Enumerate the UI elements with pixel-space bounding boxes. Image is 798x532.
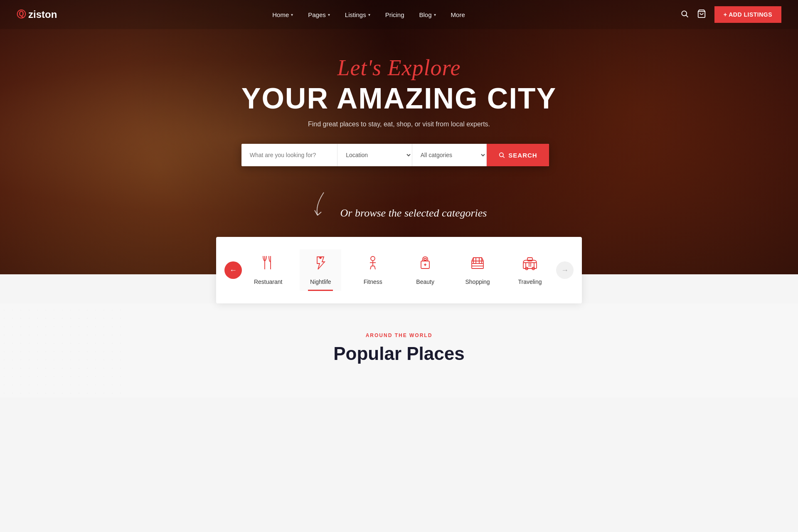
nav-right: + ADD LISTINGS	[680, 6, 781, 23]
dropdown-arrow: ▾	[291, 12, 293, 17]
nightlife-label: Nightlife	[310, 278, 331, 285]
restaurant-label: Restuarant	[254, 278, 282, 285]
shopping-icon	[468, 254, 487, 274]
nav-item-home[interactable]: Home ▾	[272, 11, 293, 18]
traveling-icon	[521, 254, 539, 274]
arrow-doodle	[311, 190, 336, 219]
bg-pattern	[0, 303, 125, 397]
nav-item-listings[interactable]: Listings ▾	[345, 11, 370, 18]
hero-subtitle: Find great places to stay, eat, shop, or…	[241, 121, 557, 128]
search-bar: Location All catgories SEARCH	[241, 144, 549, 166]
nav-links: Home ▾ Pages ▾ Listings ▾ Pricing Blog ▾	[272, 11, 465, 18]
search-icon-btn[interactable]	[680, 10, 689, 20]
add-listing-button[interactable]: + ADD LISTINGS	[714, 6, 781, 23]
fitness-label: Fitness	[364, 278, 382, 285]
svg-point-8	[320, 257, 321, 259]
svg-rect-16	[479, 258, 482, 264]
search-button[interactable]: SEARCH	[487, 144, 549, 166]
restaurant-icon	[259, 254, 277, 274]
nightlife-icon	[311, 254, 330, 274]
svg-point-3	[500, 153, 503, 157]
svg-point-0	[682, 11, 687, 16]
hero-script-text: Let's Explore	[241, 55, 557, 81]
location-dropdown[interactable]: Location	[337, 144, 412, 166]
browse-label: Or browse the selected categories	[340, 207, 487, 219]
category-item-nightlife[interactable]: Nightlife	[300, 249, 341, 291]
categories-prev-button[interactable]: ←	[224, 261, 242, 279]
category-item-shopping[interactable]: Shopping	[457, 249, 498, 291]
svg-line-1	[686, 15, 688, 17]
dropdown-arrow: ▾	[434, 12, 436, 17]
logo-icon: Ⓠ	[17, 8, 26, 21]
category-item-fitness[interactable]: Fitness	[352, 249, 394, 291]
svg-rect-15	[473, 258, 476, 264]
nav-item-pricing[interactable]: Pricing	[385, 11, 404, 18]
fitness-icon	[364, 254, 382, 274]
logo[interactable]: Ⓠ ziston	[17, 8, 57, 21]
category-item-restaurant[interactable]: Restuarant	[247, 249, 289, 291]
nav-item-pages[interactable]: Pages ▾	[308, 11, 330, 18]
category-item-beauty[interactable]: Beauty	[404, 249, 446, 291]
hero-section: Let's Explore YOUR AMAZING CITY Find gre…	[0, 0, 798, 274]
navbar: Ⓠ ziston Home ▾ Pages ▾ Listings ▾ Prici…	[0, 0, 798, 29]
cart-icon-btn[interactable]	[697, 9, 706, 20]
svg-rect-11	[424, 259, 426, 260]
search-input[interactable]	[241, 144, 338, 166]
hero-title: YOUR AMAZING CITY	[241, 84, 557, 113]
categories-section: ← Restuarant	[216, 237, 582, 303]
dropdown-arrow: ▾	[328, 12, 330, 17]
dropdown-arrow: ▾	[368, 12, 370, 17]
categories-next-button[interactable]: →	[556, 261, 574, 279]
nav-item-blog[interactable]: Blog ▾	[419, 11, 436, 18]
categories-list: Restuarant Nightlife	[242, 249, 556, 291]
svg-line-4	[503, 156, 505, 158]
beauty-icon	[416, 254, 434, 274]
section-title: Popular Places	[17, 343, 781, 364]
categories-dropdown[interactable]: All catgories	[412, 144, 487, 166]
shopping-label: Shopping	[465, 278, 490, 285]
beauty-label: Beauty	[416, 278, 434, 285]
brand-name: ziston	[28, 9, 57, 20]
nav-item-more[interactable]: More	[451, 11, 465, 18]
section-tag: AROUND THE WORLD	[17, 332, 781, 338]
hero-content: Let's Explore YOUR AMAZING CITY Find gre…	[241, 55, 557, 166]
traveling-label: Traveling	[518, 278, 542, 285]
category-item-traveling[interactable]: Traveling	[509, 249, 551, 291]
svg-point-9	[371, 256, 375, 261]
